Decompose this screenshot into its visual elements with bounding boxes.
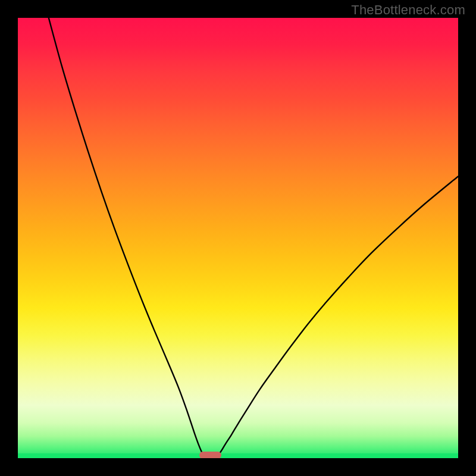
curves-layer [18, 18, 458, 458]
watermark-text: TheBottleneck.com [351, 2, 465, 18]
curve-left-branch [49, 18, 205, 458]
chart-frame: TheBottleneck.com [0, 0, 476, 476]
curve-right-branch [216, 176, 458, 458]
plot-area [18, 18, 458, 458]
minimum-indicator [199, 452, 221, 458]
